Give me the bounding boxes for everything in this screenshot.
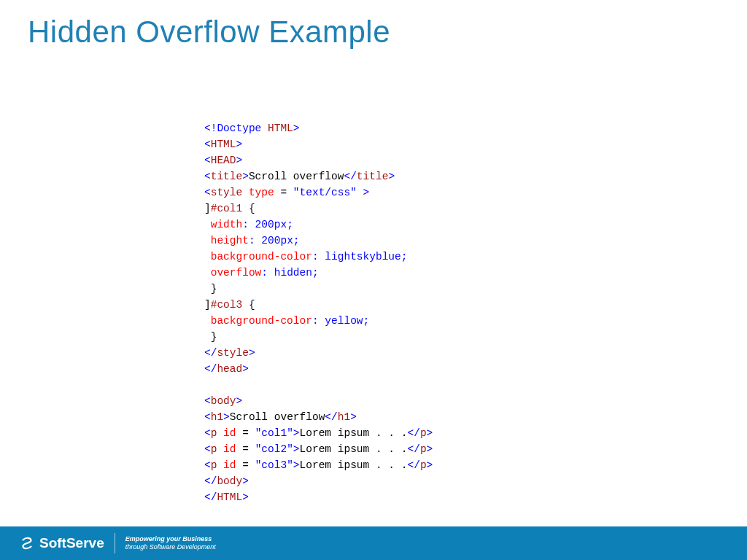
code-line: ]#col3 { bbox=[204, 297, 433, 313]
footer-divider bbox=[115, 533, 115, 553]
code-line: <p id = "col1">Lorem ipsum . . .</p> bbox=[204, 425, 433, 441]
logo-mark-icon bbox=[19, 535, 35, 551]
code-line: ]#col1 { bbox=[204, 201, 433, 217]
code-line: } bbox=[204, 281, 433, 297]
code-line: } bbox=[204, 329, 433, 345]
code-line: <HTML> bbox=[204, 136, 433, 152]
code-line: background-color: lightskyblue; bbox=[204, 249, 433, 265]
slide-title: Hidden Overflow Example bbox=[28, 15, 390, 50]
code-line: <HEAD> bbox=[204, 152, 433, 168]
code-line: background-color: yellow; bbox=[204, 313, 433, 329]
code-line: <p id = "col3">Lorem ipsum . . .</p> bbox=[204, 457, 433, 473]
code-line: <body> bbox=[204, 393, 433, 409]
code-line: height: 200px; bbox=[204, 233, 433, 249]
code-line: overflow: hidden; bbox=[204, 265, 433, 281]
footer-tagline: Empowering your Business through Softwar… bbox=[125, 535, 216, 551]
code-line: <title>Scroll overflow</title> bbox=[204, 168, 433, 184]
code-line: <p id = "col2">Lorem ipsum . . .</p> bbox=[204, 441, 433, 457]
brand-name: SoftServe bbox=[39, 535, 104, 551]
brand-logo: SoftServe bbox=[19, 535, 104, 551]
code-line: </body> bbox=[204, 473, 433, 489]
code-line: <!Doctype HTML> bbox=[204, 120, 433, 136]
footer-bar: SoftServe Empowering your Business throu… bbox=[0, 526, 747, 560]
code-block: <!Doctype HTML> <HTML> <HEAD> <title>Scr… bbox=[204, 120, 433, 505]
code-line: <h1>Scroll overflow</h1> bbox=[204, 409, 433, 425]
code-line: width: 200px; bbox=[204, 217, 433, 233]
code-line: </head> bbox=[204, 361, 433, 377]
code-line: <style type = "text/css" > bbox=[204, 184, 433, 201]
code-line: </style> bbox=[204, 345, 433, 361]
code-line: </HTML> bbox=[204, 489, 433, 505]
